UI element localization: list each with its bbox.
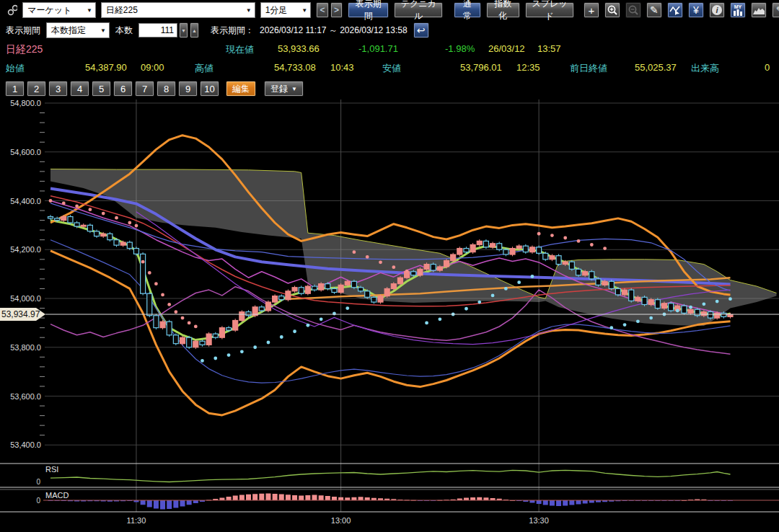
- candle-body: [424, 265, 429, 270]
- macd-bar: [345, 497, 350, 500]
- plus-icon: +: [589, 4, 595, 17]
- candle-body: [602, 281, 607, 285]
- preset-button-4[interactable]: 4: [70, 81, 89, 97]
- candle-body: [351, 281, 356, 287]
- quote-row-1: 日経225 現在値 53,933.66 -1,091.71 -1.98% 26/…: [0, 40, 779, 59]
- sar-dot: [649, 316, 653, 320]
- sar-dot: [135, 224, 138, 228]
- chevron-down-icon: ▼: [100, 27, 106, 34]
- sar-dot: [267, 341, 270, 345]
- candle-body: [464, 249, 469, 252]
- candle-body: [576, 269, 581, 275]
- preset-button-1[interactable]: 1: [5, 81, 25, 97]
- candle-body: [596, 279, 601, 285]
- sar-dot: [174, 310, 177, 314]
- candle-body: [226, 328, 232, 330]
- add-button[interactable]: +: [584, 2, 599, 18]
- preset-button-10[interactable]: 10: [200, 81, 219, 97]
- sar-dot: [201, 359, 204, 363]
- macd-bar: [576, 500, 581, 505]
- macd-bar: [477, 497, 482, 500]
- price-chart[interactable]: 54,800.054,600.054,400.054,200.054,000.0…: [0, 99, 779, 531]
- register-button[interactable]: 登録 ▼: [264, 81, 304, 97]
- next-button[interactable]: >: [330, 2, 343, 18]
- market-select[interactable]: マーケット▼: [22, 2, 96, 18]
- macd-bar: [147, 500, 152, 507]
- candle-body: [292, 288, 297, 291]
- prev-close-label: 前日終値: [570, 62, 607, 75]
- edit-button[interactable]: 編集: [226, 81, 256, 97]
- display-period-button[interactable]: 表示期間: [348, 2, 389, 18]
- indexed-mode-button[interactable]: 指数化: [486, 2, 520, 18]
- candle-body: [477, 241, 482, 244]
- candle-body: [648, 300, 653, 305]
- macd-bar: [292, 495, 297, 500]
- candle-body: [48, 217, 53, 218]
- preset-button-9[interactable]: 9: [178, 81, 198, 97]
- change-value: -1,091.71: [358, 43, 398, 54]
- technical-button[interactable]: テクニカル: [394, 2, 443, 18]
- count-increment-button[interactable]: ▲: [190, 22, 199, 38]
- preset-button-7[interactable]: 7: [135, 81, 154, 97]
- sar-dot: [49, 199, 53, 203]
- candle-body: [319, 284, 324, 290]
- sar-dot: [689, 306, 692, 309]
- candle-body: [305, 286, 310, 293]
- quote-date: 26/03/12: [488, 43, 525, 54]
- preset-button-3[interactable]: 3: [48, 81, 68, 97]
- info-icon: i: [712, 5, 722, 15]
- reset-period-button[interactable]: ↩: [413, 22, 429, 38]
- candle-body: [180, 337, 185, 343]
- sar-dot: [227, 353, 231, 357]
- sar-dot: [141, 260, 145, 264]
- preset-button-5[interactable]: 5: [92, 81, 111, 97]
- count-input[interactable]: [138, 23, 177, 37]
- candle-body: [365, 291, 370, 297]
- info-button[interactable]: i: [709, 2, 725, 18]
- candle-body: [279, 296, 284, 300]
- timeframe-select[interactable]: 1分足▼: [260, 2, 312, 18]
- my-chart-button[interactable]: MY: [730, 2, 746, 18]
- zoom-out-button[interactable]: [625, 2, 641, 18]
- low-time: 12:35: [516, 62, 540, 73]
- edge-tool-button[interactable]: ✎: [772, 2, 779, 18]
- market-select-value: マーケット: [27, 4, 71, 17]
- macd-bar: [160, 500, 165, 510]
- symbol-select[interactable]: 日経225▼: [101, 2, 255, 18]
- symbol-name: 日経225: [6, 43, 43, 56]
- macd-bar: [233, 496, 238, 501]
- candle-body: [74, 223, 79, 226]
- zoom-in-button[interactable]: [604, 2, 620, 18]
- candle-body: [246, 312, 251, 316]
- candle-body: [173, 335, 178, 344]
- candle-body: [332, 288, 337, 292]
- candle-body: [629, 290, 634, 301]
- chart-cursor-button[interactable]: [667, 2, 683, 18]
- sar-dot: [333, 312, 336, 316]
- spread-mode-button[interactable]: スプレッド: [525, 2, 574, 18]
- candle-body: [206, 334, 211, 345]
- candle-body: [259, 307, 264, 311]
- draw-button[interactable]: ✎: [646, 2, 662, 18]
- count-decrement-button[interactable]: ▼: [179, 22, 188, 38]
- prev-button[interactable]: <: [316, 2, 328, 18]
- candle-body: [265, 302, 270, 311]
- link-icon: [6, 3, 17, 17]
- normal-mode-button[interactable]: 通常: [454, 2, 481, 18]
- macd-bar: [351, 497, 356, 500]
- preset-button-2[interactable]: 2: [27, 81, 46, 97]
- preset-button-8[interactable]: 8: [157, 81, 176, 97]
- candle-body: [537, 247, 542, 253]
- candle-body: [358, 288, 364, 291]
- count-mode-select[interactable]: 本数指定▼: [46, 22, 110, 38]
- candle-body: [219, 328, 224, 338]
- sar-dot: [320, 317, 323, 321]
- macd-bar: [299, 496, 304, 501]
- macd-bar: [365, 497, 370, 500]
- preset-button-6[interactable]: 6: [113, 81, 133, 97]
- yen-display-button[interactable]: ¥: [688, 2, 704, 18]
- candle-body: [312, 286, 317, 290]
- open-value: 54,387.90: [85, 62, 127, 73]
- sar-dot: [280, 335, 283, 339]
- area-chart-button[interactable]: [751, 2, 767, 18]
